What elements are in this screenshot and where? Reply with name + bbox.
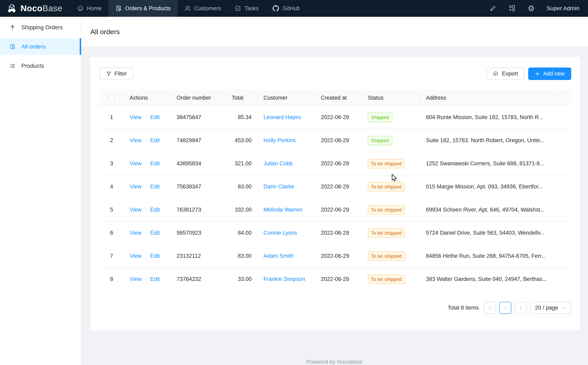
status-badge: Shipped [368, 113, 392, 122]
view-link[interactable]: View [130, 230, 142, 236]
top-nav: NocoBase Home Orders & Products [0, 0, 588, 17]
chevron-down-icon [562, 306, 566, 310]
customer-cell: Leonard Hayes [258, 106, 315, 129]
customer-cell: Julian Cobb [258, 152, 315, 175]
team-icon [185, 5, 191, 11]
row-index: 7 [99, 245, 124, 268]
table-row: 6 ViewEdit 98570923 84.00 Connie Lyons 2… [99, 221, 571, 245]
edit-link[interactable]: Edit [150, 137, 160, 143]
user-menu[interactable]: Super Admin [547, 5, 579, 12]
customer-link[interactable]: Darin Clarke [263, 183, 294, 190]
header-total: Total [226, 90, 258, 106]
edit-link[interactable]: Edit [150, 160, 160, 167]
edit-link[interactable]: Edit [150, 114, 160, 120]
view-link[interactable]: View [130, 114, 142, 120]
table-row: 2 ViewEdit 74829847 453.00 Holly Perkins… [99, 129, 571, 152]
table-row: 5 ViewEdit 76381273 332.00 Melinda Warre… [99, 198, 571, 221]
customer-link[interactable]: Melinda Warren [263, 207, 302, 213]
status-cell: To be shipped [362, 152, 420, 175]
header-filler [554, 90, 571, 106]
gear-icon[interactable]: ⚙ [527, 5, 535, 12]
edit-link[interactable]: Edit [150, 253, 160, 259]
sidebar-item-all-orders[interactable]: All orders [0, 38, 81, 55]
customer-cell: Frankie Simpson [258, 268, 315, 291]
pagination-page-1[interactable]: 1 [499, 302, 511, 314]
customer-link[interactable]: Leonard Hayes [263, 114, 301, 120]
nav-item-tasks[interactable]: Tasks [228, 0, 266, 17]
view-link[interactable]: View [130, 276, 142, 282]
nav-item-home[interactable]: Home [70, 0, 109, 17]
arrow-up-icon [9, 24, 15, 30]
add-new-button-label: Add new [543, 70, 565, 77]
address-cell: Suite 182, 15783, North Robert, Oregon, … [420, 129, 554, 152]
header-status: Status [362, 90, 420, 106]
filler-cell [554, 221, 571, 245]
filler-cell [554, 106, 571, 129]
filler-cell [554, 268, 571, 291]
row-index: 6 [99, 221, 124, 245]
customer-link[interactable]: Connie Lyons [263, 230, 297, 236]
total-cell: 83.00 [226, 175, 258, 198]
divider [146, 115, 146, 120]
edit-link[interactable]: Edit [150, 230, 160, 236]
edit-link[interactable]: Edit [150, 207, 160, 213]
filler-cell [554, 129, 571, 152]
check-square-icon [235, 5, 241, 11]
export-button[interactable]: Export [486, 68, 524, 80]
nav-item-label: Tasks [244, 5, 259, 12]
row-index: 4 [99, 175, 124, 198]
nav-item-customers[interactable]: Customers [178, 0, 228, 17]
select-all-checkbox[interactable] [109, 95, 115, 101]
edit-link[interactable]: Edit [150, 276, 160, 282]
nav-item-orders-products[interactable]: Orders & Products [109, 0, 178, 17]
customer-link[interactable]: Julian Cobb [263, 160, 293, 167]
brand-light: Base [42, 3, 63, 13]
nav-item-label: Home [87, 5, 102, 12]
status-cell: To be shipped [362, 175, 420, 198]
header-actions: Actions [124, 90, 171, 106]
add-new-button[interactable]: Add new [528, 68, 571, 80]
pagination-total: Total 8 items [448, 305, 479, 311]
nav-item-github[interactable]: GitHub [266, 0, 307, 17]
address-cell: 69934 Schoen River, Apt. 646, 49704, Wal… [420, 198, 554, 221]
order-number-cell: 73764232 [171, 268, 226, 291]
customer-cell: Connie Lyons [258, 221, 315, 245]
page-size-select[interactable]: 20 / page [530, 302, 571, 314]
main-content: All orders Filter [81, 17, 588, 365]
unordered-list-icon [9, 63, 15, 69]
status-cell: To be shipped [362, 198, 420, 221]
row-index: 2 [99, 129, 124, 152]
filter-button[interactable]: Filter [99, 68, 133, 80]
sidebar-item-label: Shipping Orders [21, 24, 63, 31]
edit-link[interactable]: Edit [150, 183, 160, 190]
status-badge: To be shipped [368, 182, 405, 191]
pagination-prev-button[interactable] [484, 302, 496, 314]
pagination: Total 8 items 1 20 / page [99, 302, 571, 314]
nocobase-logo[interactable]: NocoBase [0, 3, 70, 14]
view-link[interactable]: View [130, 183, 142, 190]
view-link[interactable]: View [130, 207, 142, 213]
customer-link[interactable]: Holly Perkins [263, 137, 296, 143]
customer-cell: Darin Clarke [258, 175, 315, 198]
total-cell: 83.00 [226, 245, 258, 268]
total-cell: 321.00 [226, 152, 258, 175]
status-badge: Shipped [368, 136, 392, 145]
highlighter-icon[interactable] [489, 5, 497, 12]
plus-icon [535, 71, 540, 77]
customer-link[interactable]: Frankie Simpson [263, 276, 305, 282]
table-toolbar: Filter Export [99, 68, 571, 80]
sidebar-item-products[interactable]: Products [0, 58, 81, 74]
created-at-cell: 2022-06-29 [315, 245, 362, 268]
status-cell: To be shipped [362, 221, 420, 245]
view-link[interactable]: View [130, 253, 142, 259]
total-cell: 33.00 [226, 268, 258, 291]
view-link[interactable]: View [130, 137, 142, 143]
sidebar-item-shipping-orders[interactable]: Shipping Orders [0, 19, 81, 35]
customer-link[interactable]: Adam Smith [263, 253, 294, 259]
divider [146, 276, 146, 282]
view-link[interactable]: View [130, 160, 142, 167]
pagination-next-button[interactable] [515, 302, 527, 314]
header-customer: Customer [258, 90, 315, 106]
status-cell: Shipped [362, 106, 420, 129]
plugin-blocks-icon[interactable] [508, 5, 516, 12]
